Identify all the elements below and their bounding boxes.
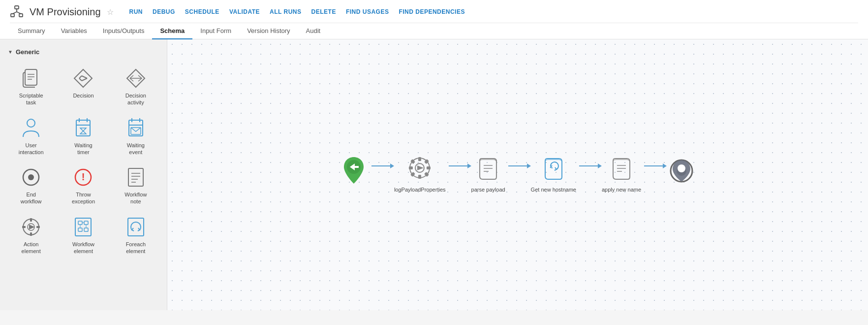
tabs-row: Summary Variables Inputs/Outputs Schema … — [10, 23, 858, 39]
find-dependencies-button[interactable]: FIND DEPENDENCIES — [399, 7, 465, 16]
svg-rect-56 — [418, 157, 421, 161]
decision-activity-icon — [125, 67, 147, 89]
chevron-down-icon: ▼ — [8, 49, 13, 55]
svg-rect-41 — [36, 226, 40, 228]
svg-line-11 — [82, 76, 87, 78]
tab-schema[interactable]: Schema — [152, 23, 192, 39]
svg-line-4 — [13, 12, 17, 14]
canvas-area[interactable]: logPayloadProperties — [167, 39, 868, 310]
waiting-timer-icon — [72, 117, 94, 139]
end-workflow-label: Endworkflow — [21, 191, 42, 205]
svg-rect-1 — [11, 14, 14, 17]
schedule-button[interactable]: SCHEDULE — [185, 7, 219, 16]
sidebar-item-waiting-timer[interactable]: Waitingtimer — [58, 112, 108, 160]
sidebar-item-user-interaction[interactable]: Userinteraction — [6, 112, 56, 160]
debug-button[interactable]: DEBUG — [153, 7, 175, 16]
workflow-note-icon — [125, 166, 147, 188]
sidebar-item-foreach-element[interactable]: Foreachelement — [111, 211, 161, 259]
svg-point-17 — [27, 119, 35, 127]
sidebar-section-label: Generic — [16, 48, 39, 56]
tab-summary[interactable]: Summary — [10, 23, 53, 39]
svg-rect-6 — [25, 69, 37, 85]
get-hostname-label: Get new hostname — [531, 187, 576, 193]
sidebar-item-waiting-event[interactable]: Waitingevent — [111, 112, 161, 160]
wf-node-apply-name[interactable]: apply new name — [602, 153, 641, 193]
sidebar-item-decision-activity[interactable]: Decisionactivity — [111, 63, 161, 110]
sidebar-item-workflow-element[interactable]: Workflowelement — [58, 211, 108, 259]
validate-button[interactable]: VALIDATE — [229, 7, 260, 16]
svg-marker-64 — [417, 165, 424, 170]
svg-rect-59 — [427, 166, 431, 169]
waiting-timer-label: Waitingtimer — [74, 142, 92, 156]
sidebar-item-scriptable-task[interactable]: Scriptabletask — [6, 63, 56, 110]
page-title: VM Provisioning — [30, 6, 101, 18]
sidebar: ▼ Generic Scriptabletask — [0, 39, 167, 310]
workflow-element-icon — [72, 216, 94, 238]
svg-line-15 — [130, 75, 133, 78]
svg-rect-40 — [22, 226, 26, 228]
decision-activity-label: Decisionactivity — [125, 92, 146, 106]
svg-line-5 — [17, 12, 21, 14]
svg-point-73 — [678, 164, 685, 172]
end-node-icon — [667, 156, 696, 186]
sidebar-section-header[interactable]: ▼ Generic — [0, 45, 167, 59]
svg-line-10 — [79, 76, 82, 78]
find-usages-button[interactable]: FIND USAGES — [346, 7, 389, 16]
sidebar-item-end-workflow[interactable]: Endworkflow — [6, 162, 56, 209]
wf-arrow-4 — [576, 165, 602, 166]
svg-line-16 — [130, 78, 133, 81]
throw-exception-label: Throwexception — [72, 191, 95, 205]
tab-variables[interactable]: Variables — [53, 23, 95, 39]
main-layout: ▼ Generic Scriptabletask — [0, 39, 868, 310]
wf-node-start[interactable] — [339, 156, 369, 190]
action-element-label: Actionelement — [22, 241, 41, 255]
svg-rect-51 — [128, 218, 144, 236]
parse-payload-label: parse payload — [471, 187, 505, 193]
throw-exception-icon: ! — [72, 166, 94, 188]
svg-rect-58 — [409, 166, 413, 169]
decision-icon — [72, 67, 94, 89]
sidebar-item-throw-exception[interactable]: ! Throwexception — [58, 162, 108, 209]
wf-node-parse-payload[interactable]: parse payload — [471, 153, 505, 193]
svg-rect-47 — [84, 228, 88, 231]
scriptable-task-icon — [20, 67, 42, 89]
all-runs-button[interactable]: ALL RUNS — [270, 7, 301, 16]
start-node-icon — [339, 156, 369, 186]
svg-rect-31 — [128, 168, 143, 186]
tab-audit[interactable]: Audit — [298, 23, 329, 39]
sidebar-item-action-element[interactable]: Actionelement — [6, 211, 56, 259]
svg-rect-2 — [19, 14, 23, 17]
svg-line-13 — [82, 78, 87, 81]
delete-button[interactable]: DELETE — [311, 7, 336, 16]
sidebar-item-workflow-note[interactable]: Workflownote — [111, 162, 161, 209]
sidebar-grid: Scriptabletask Decision — [0, 59, 167, 262]
tab-version-history[interactable]: Version History — [239, 23, 298, 39]
wf-arrow-3 — [505, 165, 531, 166]
apply-name-label: apply new name — [602, 187, 641, 193]
waiting-event-icon — [125, 117, 147, 139]
waiting-event-label: Waitingevent — [127, 142, 145, 156]
run-button[interactable]: RUN — [129, 7, 143, 16]
user-interaction-icon — [20, 117, 42, 139]
scriptable-task-label: Scriptabletask — [19, 92, 43, 106]
wf-node-log-payload[interactable]: logPayloadProperties — [394, 153, 446, 193]
wf-node-get-hostname[interactable]: Get new hostname — [531, 153, 576, 193]
tab-input-form[interactable]: Input Form — [192, 23, 239, 39]
get-hostname-icon — [539, 153, 568, 183]
svg-rect-57 — [418, 175, 421, 179]
svg-rect-45 — [84, 221, 88, 225]
wf-arrow-1 — [369, 165, 394, 166]
foreach-element-label: Foreachelement — [126, 241, 146, 255]
tab-inputs-outputs[interactable]: Inputs/Outputs — [95, 23, 153, 39]
wf-node-end[interactable] — [667, 156, 696, 190]
log-payload-label: logPayloadProperties — [394, 187, 446, 193]
star-icon[interactable]: ☆ — [107, 7, 114, 17]
svg-rect-38 — [30, 218, 32, 222]
workflow-icon — [10, 5, 24, 19]
sidebar-item-decision[interactable]: Decision — [58, 63, 108, 110]
workflow-canvas: logPayloadProperties — [339, 153, 696, 193]
svg-line-12 — [79, 78, 82, 81]
end-workflow-icon — [20, 166, 42, 188]
svg-rect-46 — [78, 228, 82, 231]
log-payload-icon — [405, 153, 434, 183]
